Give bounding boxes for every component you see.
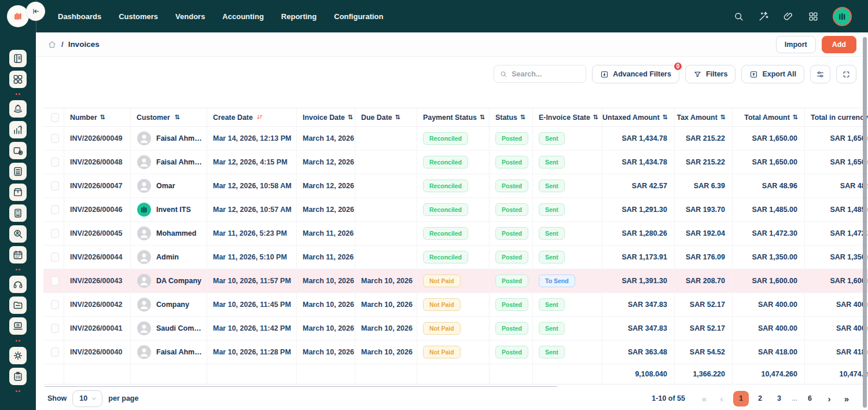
- status-cell: Posted: [489, 174, 532, 197]
- documents-icon[interactable]: [9, 296, 27, 314]
- col-header-total-amount[interactable]: Total Amount⇅: [732, 108, 804, 126]
- apps-grid-icon[interactable]: [808, 11, 819, 22]
- page-button[interactable]: 2: [752, 391, 768, 407]
- table-row[interactable]: INV/2026/00043 DA Company Mar 10, 2026, …: [43, 269, 868, 293]
- sort-icon[interactable]: ⇅: [348, 114, 352, 121]
- attachment-icon[interactable]: [783, 11, 794, 22]
- invoice-number-cell: INV/2026/00048: [64, 151, 130, 174]
- nav-menu-item[interactable]: Customers: [119, 12, 158, 21]
- last-page-button[interactable]: »: [839, 391, 854, 406]
- col-header-number[interactable]: Number⇅: [64, 108, 130, 126]
- sort-icon[interactable]: ⇅: [395, 114, 400, 121]
- col-header-invoice-date[interactable]: Invoice Date⇅: [296, 108, 355, 126]
- row-checkbox[interactable]: [51, 181, 59, 191]
- col-header-einvoice-state[interactable]: E-Invoice State⇅: [532, 108, 602, 126]
- col-header-create-date[interactable]: Create Date: [207, 108, 296, 126]
- prev-page-button[interactable]: ‹: [714, 391, 729, 406]
- col-header-untaxed-amount[interactable]: Untaxed Amount⇅: [602, 108, 674, 126]
- inventory-icon[interactable]: [9, 184, 27, 201]
- sort-icon[interactable]: ⇅: [520, 114, 525, 121]
- user-avatar[interactable]: [833, 7, 852, 26]
- payment-status-badge: Reconciled: [423, 180, 468, 192]
- first-page-button[interactable]: «: [697, 391, 712, 406]
- export-all-button[interactable]: Export All: [741, 65, 804, 83]
- nav-menu-item[interactable]: Dashboards: [58, 12, 101, 21]
- advanced-filters-button[interactable]: Advanced Filters 0: [592, 65, 679, 83]
- sort-icon[interactable]: ⇅: [593, 114, 598, 121]
- sort-icon[interactable]: ⇅: [793, 114, 797, 121]
- sidebar-collapse-button[interactable]: [26, 2, 45, 21]
- view-settings-button[interactable]: [810, 65, 830, 83]
- service-icon[interactable]: [9, 100, 27, 118]
- table-row[interactable]: INV/2026/00040 Faisal Ahmed Mar 10, 2026…: [43, 341, 868, 364]
- einvoice-state-cell: Sent: [532, 127, 602, 150]
- sort-icon[interactable]: ⇅: [175, 114, 179, 121]
- next-page-button[interactable]: ›: [822, 391, 837, 406]
- search-icon[interactable]: [733, 11, 744, 22]
- home-icon[interactable]: [47, 40, 57, 49]
- nav-menu-item[interactable]: Accounting: [222, 12, 264, 21]
- per-page-label: per page: [108, 394, 138, 402]
- col-header-total-in-currency[interactable]: Total in currency⇅: [804, 108, 868, 126]
- select-all-checkbox[interactable]: [51, 113, 59, 122]
- due-date-cell: [355, 127, 417, 150]
- per-page-select[interactable]: 10: [72, 390, 102, 407]
- sort-icon[interactable]: ⇅: [100, 114, 105, 121]
- col-header-tax-amount[interactable]: Tax Amount⇅: [674, 108, 732, 126]
- nav-menu-item[interactable]: Configuration: [334, 12, 383, 21]
- row-checkbox[interactable]: [51, 229, 59, 238]
- dashboard-icon[interactable]: [9, 71, 27, 88]
- nav-menu-item[interactable]: Reporting: [281, 12, 317, 21]
- table-row[interactable]: INV/2026/00042 Company Mar 10, 2026, 11:…: [43, 293, 868, 317]
- table-row[interactable]: INV/2026/00048 Faisal Ahmed Mar 12, 2026…: [43, 151, 868, 174]
- customer-name: Faisal Ahmed: [156, 348, 202, 356]
- row-checkbox[interactable]: [51, 276, 59, 285]
- table-row[interactable]: INV/2026/00045 Mohammed Mar 11, 2026, 5:…: [43, 222, 868, 246]
- page-button[interactable]: 1: [733, 391, 749, 407]
- journal-icon[interactable]: [9, 50, 27, 67]
- table-row[interactable]: INV/2026/00046 Invent ITS Mar 12, 2026, …: [43, 198, 868, 222]
- import-button[interactable]: Import: [776, 36, 816, 53]
- app-logo[interactable]: [7, 5, 29, 27]
- col-header-customer[interactable]: Customer⇅: [130, 108, 207, 126]
- payments-icon[interactable]: [9, 204, 27, 222]
- support-icon[interactable]: [9, 276, 27, 293]
- row-checkbox[interactable]: [51, 300, 59, 309]
- analytics-icon[interactable]: [9, 121, 27, 138]
- billing-icon[interactable]: [9, 163, 27, 180]
- vertical-scrollbar[interactable]: [863, 37, 867, 408]
- nav-menu-item[interactable]: Vendors: [175, 12, 205, 21]
- schedule-icon[interactable]: [9, 246, 27, 263]
- row-checkbox[interactable]: [51, 252, 59, 262]
- search-input[interactable]: [512, 70, 580, 78]
- page-button[interactable]: ...: [790, 391, 799, 407]
- table-row[interactable]: INV/2026/00041 Saudi Company Mar 10, 202…: [43, 317, 868, 341]
- table-row[interactable]: INV/2026/00044 Admin Mar 11, 2026, 5:10 …: [43, 246, 868, 269]
- sort-icon[interactable]: ⇅: [480, 114, 484, 121]
- settings-icon[interactable]: [9, 347, 27, 364]
- sort-icon[interactable]: ⇅: [663, 114, 667, 121]
- einvoice-state-cell: To Send: [532, 269, 602, 292]
- add-button[interactable]: Add: [822, 36, 856, 53]
- tasks-icon[interactable]: [9, 368, 27, 385]
- row-checkbox[interactable]: [51, 205, 59, 214]
- row-checkbox[interactable]: [51, 347, 59, 357]
- page-button[interactable]: 3: [771, 391, 787, 407]
- fullscreen-button[interactable]: [836, 65, 856, 83]
- sort-desc-active-icon[interactable]: [256, 114, 263, 121]
- row-checkbox[interactable]: [51, 158, 59, 167]
- row-checkbox[interactable]: [51, 324, 59, 333]
- box-add-icon[interactable]: [9, 142, 27, 159]
- sort-icon[interactable]: ⇅: [720, 114, 725, 121]
- table-row[interactable]: INV/2026/00049 Faisal Ahmed Mar 14, 2026…: [43, 127, 868, 151]
- table-row[interactable]: INV/2026/00047 Omar Mar 12, 2026, 10:58 …: [43, 174, 868, 198]
- col-header-due-date[interactable]: Due Date⇅: [355, 108, 417, 126]
- page-button[interactable]: 6: [802, 391, 818, 407]
- magic-wand-icon[interactable]: [758, 11, 769, 22]
- elearning-icon[interactable]: [9, 317, 27, 335]
- row-checkbox[interactable]: [51, 134, 59, 143]
- audit-icon[interactable]: [9, 225, 27, 243]
- filters-button[interactable]: Filters: [685, 65, 736, 83]
- col-header-payment-status[interactable]: Payment Status⇅: [417, 108, 489, 126]
- col-header-status[interactable]: Status⇅: [489, 108, 532, 126]
